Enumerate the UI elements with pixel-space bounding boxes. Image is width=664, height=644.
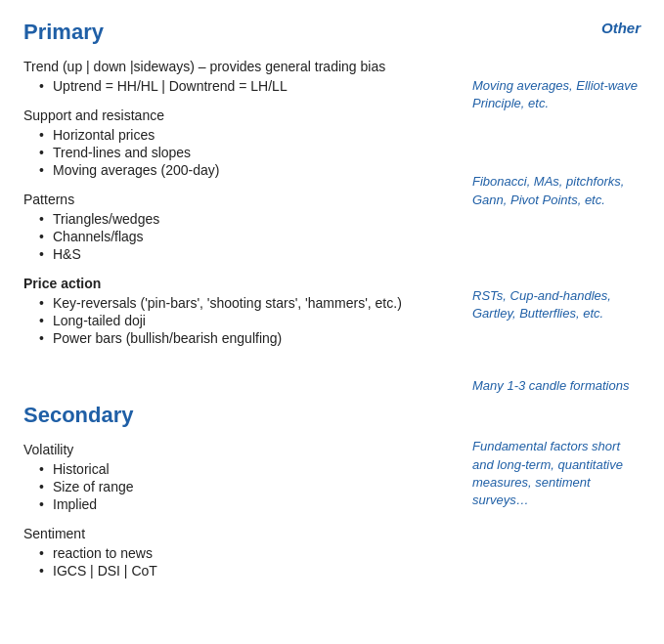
secondary-primary-col: Secondary Volatility Historical Size of …	[23, 403, 465, 592]
volatility-bullets: Historical Size of range Implied	[23, 461, 449, 512]
other-label: Other	[472, 20, 641, 36]
primary-title: Primary	[23, 20, 449, 45]
patterns-bullet-1: Triangles/wedges	[39, 211, 449, 227]
sr-bullet-1: Horizontal prices	[39, 127, 449, 143]
trend-block: Trend (up | down |sideways) – provides g…	[23, 59, 449, 94]
other-item-4: Many 1-3 candle formations	[472, 377, 641, 395]
pa-bullet-2: Long-tailed doji	[39, 313, 449, 328]
sentiment-block: Sentiment reaction to news IGCS | DSI | …	[23, 526, 449, 579]
trend-title: Trend (up | down |sideways) – provides g…	[23, 59, 449, 74]
sentiment-bullets: reaction to news IGCS | DSI | CoT	[23, 545, 449, 579]
secondary-other-col: Fundamental factors short and long-term,…	[465, 403, 641, 592]
sr-bullet-3: Moving averages (200-day)	[39, 162, 449, 178]
other-section: Other Moving averages, Elliot-wave Princ…	[465, 20, 641, 395]
patterns-block: Patterns Triangles/wedges Channels/flags…	[23, 192, 449, 262]
trend-bullets: Uptrend = HH/HL | Downtrend = LH/LL	[23, 78, 449, 94]
secondary-other-text: Fundamental factors short and long-term,…	[472, 438, 641, 509]
sent-bullet-1: reaction to news	[39, 545, 449, 561]
other-item-2: Fibonacci, MAs, pitchforks, Gann, Pivot …	[472, 173, 641, 208]
patterns-bullet-2: Channels/flags	[39, 229, 449, 244]
pa-bullet-1: Key-reversals ('pin-bars', 'shooting sta…	[39, 295, 449, 311]
support-resistance-title: Support and resistance	[23, 107, 449, 123]
volatility-block: Volatility Historical Size of range Impl…	[23, 442, 449, 512]
patterns-bullet-3: H&S	[39, 246, 449, 262]
pa-bullet-3: Power bars (bullish/bearish engulfing)	[39, 330, 449, 346]
patterns-title: Patterns	[23, 192, 449, 207]
patterns-bullets: Triangles/wedges Channels/flags H&S	[23, 211, 449, 262]
price-action-bullets: Key-reversals ('pin-bars', 'shooting sta…	[23, 295, 449, 346]
support-resistance-bullets: Horizontal prices Trend-lines and slopes…	[23, 127, 449, 178]
secondary-other-content: Fundamental factors short and long-term,…	[472, 438, 641, 509]
other-item-1: Moving averages, Elliot-wave Principle, …	[472, 77, 641, 112]
sr-bullet-2: Trend-lines and slopes	[39, 145, 449, 160]
vol-bullet-1: Historical	[39, 461, 449, 477]
sentiment-title: Sentiment	[23, 526, 449, 541]
secondary-title: Secondary	[23, 403, 449, 428]
price-action-title: Price action	[23, 276, 449, 291]
trend-bullet-1: Uptrend = HH/HL | Downtrend = LH/LL	[39, 78, 449, 94]
secondary-section: Secondary Volatility Historical Size of …	[23, 403, 641, 592]
vol-bullet-3: Implied	[39, 496, 449, 512]
primary-section: Primary Trend (up | down |sideways) – pr…	[23, 20, 465, 395]
vol-bullet-2: Size of range	[39, 479, 449, 494]
volatility-title: Volatility	[23, 442, 449, 457]
sent-bullet-2: IGCS | DSI | CoT	[39, 563, 449, 579]
support-resistance-block: Support and resistance Horizontal prices…	[23, 107, 449, 178]
price-action-block: Price action Key-reversals ('pin-bars', …	[23, 276, 449, 346]
other-item-3: RSTs, Cup-and-handles, Gartley, Butterfl…	[472, 287, 641, 322]
